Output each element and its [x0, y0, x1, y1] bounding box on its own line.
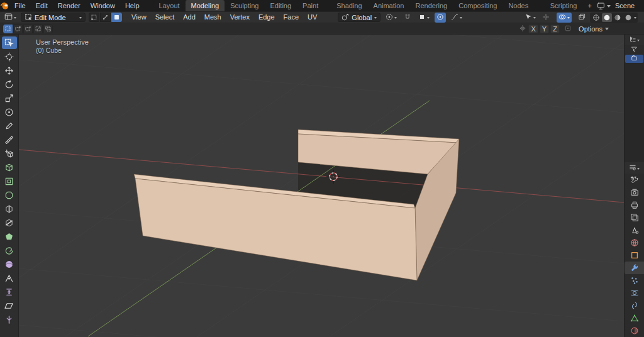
tool-measure[interactable] — [2, 133, 17, 146]
properties-tab-tool[interactable] — [625, 174, 644, 186]
properties-tab-constraints[interactable] — [625, 299, 644, 312]
workspace-tab-geometry-nodes[interactable]: Geometry Nodes — [502, 0, 544, 11]
properties-tab-particles[interactable] — [625, 274, 644, 287]
properties-tab-view-layer[interactable] — [625, 211, 644, 224]
shading-material-button[interactable] — [613, 13, 623, 22]
options-dropdown[interactable]: Options — [579, 25, 609, 33]
pivot-point-selector[interactable] — [384, 13, 399, 23]
properties-tab-object-data[interactable] — [625, 312, 644, 324]
workspace-tab-texture-paint[interactable]: Texture Paint — [297, 0, 331, 11]
menu-help[interactable]: Help — [120, 0, 145, 11]
tool-loop-cut[interactable] — [2, 202, 17, 215]
properties-tab-output[interactable] — [625, 199, 644, 211]
properties-tab-object[interactable] — [625, 249, 644, 262]
menu-file[interactable]: File — [9, 0, 31, 11]
tool-move[interactable] — [2, 64, 17, 77]
viewport-menu-view[interactable]: View — [127, 11, 151, 23]
tool-select-box[interactable] — [2, 36, 17, 49]
overlays-toggle[interactable] — [557, 13, 572, 23]
shading-solid-button[interactable] — [602, 13, 612, 22]
tool-spin[interactable] — [2, 244, 17, 257]
viewport-menu-edge[interactable]: Edge — [254, 11, 279, 23]
proportional-editing-toggle[interactable] — [435, 13, 446, 23]
properties-tab-scene[interactable] — [625, 224, 644, 236]
properties-tab-modifiers[interactable] — [625, 262, 644, 274]
workspace-tab-rendering[interactable]: Rendering — [409, 0, 453, 11]
workspace-tab-shading[interactable]: Shading — [331, 0, 367, 11]
xray-toggle[interactable] — [577, 13, 587, 23]
tool-transform[interactable] — [2, 106, 17, 118]
viewport-menu-add[interactable]: Add — [179, 11, 200, 23]
menu-render[interactable]: Render — [53, 0, 86, 11]
workspace-tab-sculpting[interactable]: Sculpting — [225, 0, 264, 11]
mirror-y-button[interactable]: Y — [540, 25, 549, 33]
3d-viewport[interactable]: User Perspective (0) Cube — [19, 35, 624, 337]
shading-rendered-button[interactable] — [623, 13, 633, 22]
properties-tab-world[interactable] — [625, 236, 644, 249]
gizmos-toggle[interactable] — [540, 13, 552, 23]
workspace-tab-layout[interactable]: Layout — [153, 0, 186, 11]
viewport-menu-select[interactable]: Select — [151, 11, 179, 23]
snap-target-selector[interactable] — [416, 13, 431, 23]
tool-smooth[interactable] — [2, 258, 17, 270]
proportional-falloff-selector[interactable] — [449, 13, 464, 23]
outliner-selected-row[interactable] — [625, 55, 643, 63]
tool-bevel[interactable] — [2, 189, 17, 201]
properties-tab-physics[interactable] — [625, 287, 644, 299]
outliner-filter-row[interactable] — [625, 45, 644, 55]
blender-logo-icon[interactable] — [0, 1, 9, 10]
shading-mode-buttons — [590, 13, 638, 23]
viewport-menu-vertex[interactable]: Vertex — [226, 11, 254, 23]
select-op-invert[interactable] — [33, 25, 43, 33]
tool-knife[interactable] — [2, 216, 17, 229]
object-visibility-selector[interactable] — [523, 13, 538, 23]
select-mode-vertex[interactable] — [89, 13, 99, 22]
tool-rip-region[interactable] — [2, 313, 17, 326]
tool-annotate[interactable] — [2, 119, 17, 132]
workspace-tab-compositing[interactable]: Compositing — [453, 0, 502, 11]
select-op-extend[interactable] — [13, 25, 23, 33]
tool-shrink-fatten[interactable] — [2, 285, 17, 298]
tool-shear[interactable] — [2, 299, 17, 312]
tool-extrude-region[interactable] — [2, 161, 17, 174]
scene-name[interactable]: Scene — [615, 2, 644, 9]
tool-poly-build[interactable] — [2, 230, 17, 243]
snap-toggle[interactable] — [402, 13, 413, 23]
tool-inset-faces[interactable] — [2, 175, 17, 187]
properties-tab-render[interactable] — [625, 186, 644, 199]
chevron-down-icon — [637, 168, 640, 171]
select-op-subtract[interactable] — [23, 25, 33, 33]
mirror-z-button[interactable]: Z — [550, 25, 560, 33]
add-workspace-button[interactable]: + — [582, 0, 596, 11]
properties-tab-material[interactable] — [625, 324, 644, 337]
menu-edit[interactable]: Edit — [31, 0, 53, 11]
viewport-menu-uv[interactable]: UV — [303, 11, 321, 23]
viewport-menu-face[interactable]: Face — [279, 11, 303, 23]
tool-edge-slide[interactable] — [2, 272, 17, 284]
select-op-intersect[interactable] — [43, 25, 53, 33]
workspace-tab-animation[interactable]: Animation — [368, 0, 410, 11]
transform-orientation-selector[interactable]: Global — [338, 13, 380, 22]
select-mode-face[interactable] — [111, 13, 122, 22]
select-mode-edge[interactable] — [100, 13, 111, 22]
mode-selector[interactable]: Edit Mode — [21, 13, 86, 22]
outliner-body[interactable] — [625, 63, 644, 162]
editor-type-selector[interactable] — [3, 13, 18, 23]
tool-add-cube[interactable] — [2, 147, 17, 160]
workspace-tab-scripting[interactable]: Scripting — [545, 0, 583, 11]
outliner-editor-selector[interactable] — [625, 35, 644, 45]
tool-cursor[interactable] — [2, 50, 17, 63]
viewport-menu-mesh[interactable]: Mesh — [200, 11, 226, 23]
scene-selector[interactable]: Scene — [597, 2, 644, 10]
tool-scale[interactable] — [2, 92, 17, 104]
properties-editor-selector[interactable] — [625, 162, 644, 174]
menu-window[interactable]: Window — [86, 0, 120, 11]
mirror-x-button[interactable]: X — [528, 25, 538, 33]
shading-wireframe-button[interactable] — [591, 13, 601, 22]
chevron-down-icon[interactable] — [634, 17, 636, 20]
workspace-tab-modeling[interactable]: Modeling — [186, 0, 225, 11]
viewport-canvas[interactable] — [19, 35, 624, 337]
tool-rotate[interactable] — [2, 78, 17, 91]
workspace-tab-uv-editing[interactable]: UV Editing — [264, 0, 297, 11]
select-op-new[interactable] — [3, 25, 13, 33]
